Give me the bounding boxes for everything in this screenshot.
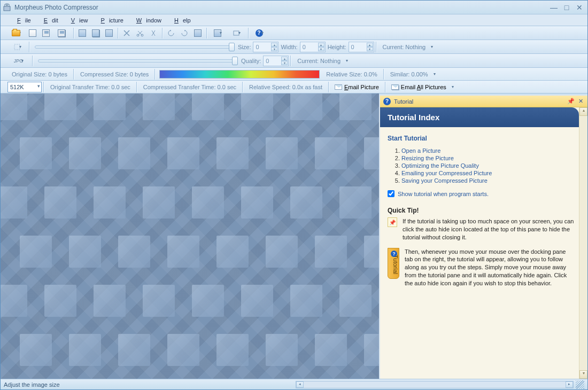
- spin-up[interactable]: ▴: [281, 57, 288, 61]
- quick-tip-text-1: If the tutorial is taking up too much sp…: [403, 217, 575, 241]
- tutorial-close-button[interactable]: ✕: [577, 98, 584, 105]
- size-slider[interactable]: [35, 45, 233, 49]
- quality-current-info: Current: Nothing: [293, 58, 345, 64]
- scissors-icon: [136, 29, 144, 37]
- size-row-grip[interactable]: [4, 43, 6, 51]
- list-item: Resizing the Picture: [401, 155, 575, 161]
- tool-crop-2[interactable]: [134, 27, 146, 39]
- rotate-left-icon: [167, 29, 175, 37]
- save-button[interactable]: [40, 27, 52, 39]
- tool-crop-1[interactable]: [120, 27, 133, 39]
- quick-tip-text-2: Then, whenever you move your mouse over …: [405, 248, 575, 287]
- tutorial-step-link[interactable]: Open a Picture: [401, 147, 440, 154]
- menu-help[interactable]: Help: [166, 15, 195, 25]
- list-item: Open a Picture: [401, 147, 575, 154]
- horizontal-scrollbar[interactable]: ◂ ▸: [296, 381, 574, 388]
- folder-open-icon: [12, 30, 20, 36]
- menu-window[interactable]: Window: [128, 15, 166, 25]
- tutorial-header: Tutorial Index: [380, 107, 579, 127]
- menu-view[interactable]: View: [63, 15, 92, 25]
- tutorial-step-link[interactable]: Emailing your Compressed Picture: [401, 170, 492, 176]
- tutorial-pin-button[interactable]: 📌: [567, 98, 575, 105]
- minimize-button[interactable]: —: [548, 3, 560, 12]
- tutorial-scrollbar[interactable]: ▴ ▾: [579, 107, 587, 379]
- compressed-size: Compressed Size: 0 bytes: [76, 71, 153, 77]
- list-item: Saving your Compressed Picture: [401, 177, 575, 184]
- width-label: Width:: [281, 44, 297, 50]
- svg-rect-0: [4, 6, 10, 11]
- original-size: Original Size: 0 bytes: [7, 71, 72, 77]
- quality-row-grip[interactable]: [4, 57, 6, 65]
- relative-speed: Relative Speed: 0.0x as fast: [245, 84, 327, 90]
- image-icon: [79, 29, 86, 37]
- scroll-right-icon[interactable]: ▸: [566, 381, 573, 388]
- tool-crop-3[interactable]: [147, 27, 160, 39]
- transfer-grip[interactable]: [3, 83, 5, 91]
- scroll-up-icon[interactable]: ▴: [579, 107, 587, 116]
- show-tutorial-label[interactable]: Show tutorial when program starts.: [398, 191, 489, 197]
- spin-down[interactable]: ▾: [271, 47, 277, 51]
- image-dup-icon: [92, 29, 99, 37]
- tool-btn-1[interactable]: [76, 27, 89, 39]
- menu-picture[interactable]: Picture: [92, 15, 128, 25]
- menubar: File Edit View Picture Window Help: [1, 14, 587, 26]
- height-label: Height:: [328, 44, 346, 50]
- email-all-button[interactable]: Email All Pictures: [388, 81, 450, 93]
- tool-fit[interactable]: ▾: [228, 27, 246, 39]
- tutorial-title-icon: ?: [383, 98, 391, 105]
- width-spinner[interactable]: 0▴▾: [300, 42, 326, 52]
- new-button[interactable]: [26, 27, 39, 39]
- spin-up[interactable]: ▴: [318, 43, 324, 47]
- tutorial-step-link[interactable]: Resizing the Picture: [401, 155, 454, 161]
- scroll-down-icon[interactable]: ▾: [579, 370, 587, 379]
- spin-up[interactable]: ▴: [271, 43, 277, 47]
- toolbar-grip[interactable]: [3, 29, 5, 37]
- menu-file[interactable]: File: [9, 15, 35, 25]
- email-all-icon: [391, 84, 399, 90]
- close-button[interactable]: ✕: [574, 3, 585, 12]
- save-all-button[interactable]: ▾: [53, 27, 71, 39]
- tool-btn-2[interactable]: [89, 27, 102, 39]
- menu-edit[interactable]: Edit: [35, 15, 63, 25]
- stats-grip[interactable]: [3, 71, 5, 78]
- speed-combo[interactable]: 512K: [7, 82, 42, 92]
- tool-flip[interactable]: [191, 27, 204, 39]
- quality-label: Quality:: [241, 58, 261, 64]
- tutorial-steps-list: Open a Picture Resizing the Picture Opti…: [401, 147, 575, 184]
- spin-down[interactable]: ▾: [318, 47, 324, 51]
- help-button[interactable]: ?▾: [251, 27, 269, 39]
- tool-btn-3[interactable]: [103, 27, 115, 39]
- maximize-button[interactable]: □: [561, 3, 572, 12]
- email-picture-button[interactable]: Email Picture: [331, 81, 383, 93]
- format-button[interactable]: JPG▾: [9, 55, 30, 67]
- quality-slider[interactable]: [38, 59, 236, 63]
- tutorial-step-link[interactable]: Saving your Compressed Picture: [401, 177, 488, 184]
- open-button[interactable]: ▾: [7, 27, 26, 39]
- main-area: ? Tutorial 📌 ✕ ▴ ▾ Tutorial Index Start …: [1, 93, 587, 379]
- menubar-grip[interactable]: [4, 17, 6, 24]
- list-item: Emailing your Compressed Picture: [401, 170, 575, 176]
- size-label: Size:: [238, 44, 251, 50]
- quality-spinner[interactable]: 0▴▾: [263, 56, 289, 66]
- tool-rot-1[interactable]: [165, 27, 177, 39]
- size-mode-button[interactable]: ▾: [9, 41, 27, 53]
- color-spectrum: [159, 70, 320, 79]
- tool-zoom[interactable]: ▾: [209, 27, 227, 39]
- quality-slider-thumb[interactable]: [232, 57, 238, 65]
- size-current-info: Current: Nothing: [378, 44, 430, 50]
- resize-grip[interactable]: [576, 380, 584, 389]
- spin-down[interactable]: ▾: [281, 61, 288, 65]
- size-slider-thumb[interactable]: [229, 43, 235, 51]
- tool-rot-2[interactable]: [178, 27, 191, 39]
- scroll-left-icon[interactable]: ◂: [296, 381, 304, 388]
- spin-down[interactable]: ▾: [367, 47, 373, 51]
- email-icon: [335, 84, 342, 90]
- transfer-row: 512K Original Transfer Time: 0.0 sec Com…: [1, 81, 587, 93]
- tutorial-step-link[interactable]: Optimizing the Picture Quality: [401, 162, 479, 169]
- show-tutorial-checkbox[interactable]: [388, 190, 394, 197]
- tutorial-titlebar[interactable]: ? Tutorial 📌 ✕: [380, 96, 587, 107]
- height-spinner[interactable]: 0▴▾: [349, 42, 374, 52]
- spin-up[interactable]: ▴: [367, 43, 373, 47]
- size-spinner[interactable]: 0▴▾: [253, 42, 278, 52]
- flip-icon: [194, 29, 202, 37]
